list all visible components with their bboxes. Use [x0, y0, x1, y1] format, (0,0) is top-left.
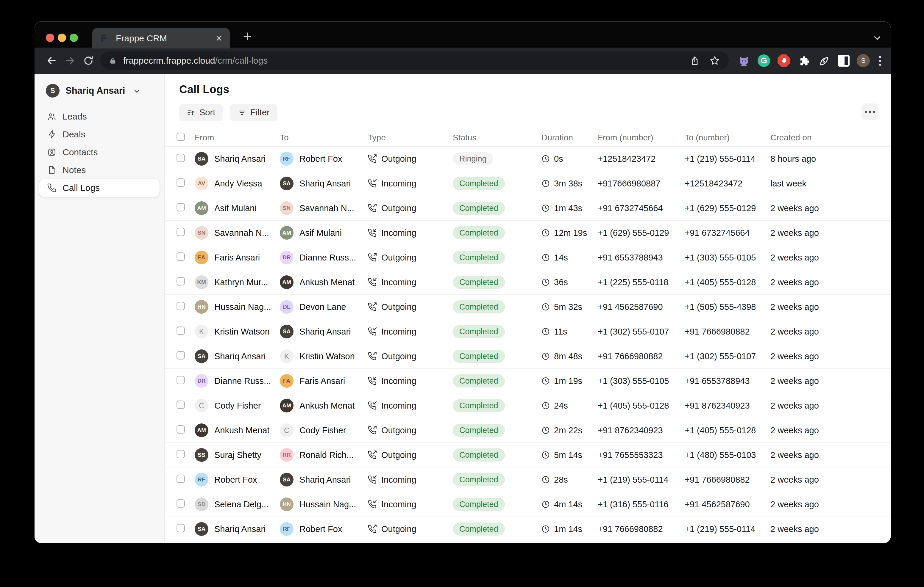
row-checkbox[interactable]: [177, 475, 185, 483]
avatar: K: [280, 349, 294, 363]
avatar: AM: [280, 399, 294, 413]
column-header-to[interactable]: To: [280, 133, 368, 143]
clock-icon: [541, 401, 550, 410]
table-row[interactable]: SSSuraj ShettyRRRonald Rich...OutgoingCo…: [165, 443, 891, 467]
row-checkbox[interactable]: [177, 327, 185, 335]
address-bar[interactable]: frappecrm.frappe.cloud/crm/call-logs: [100, 51, 729, 70]
window-controls: [46, 34, 78, 42]
sidebar-item-contacts[interactable]: Contacts: [39, 143, 160, 161]
leaf-extension-icon[interactable]: [817, 54, 830, 67]
extensions-area: G S: [737, 54, 881, 67]
clock-icon: [541, 525, 550, 533]
row-checkbox[interactable]: [177, 425, 185, 434]
duration: 8m 48s: [541, 352, 598, 361]
zoom-window-button[interactable]: [70, 34, 78, 42]
side-panel-extension-icon[interactable]: [837, 54, 850, 67]
created-on: 2 weeks ago: [771, 376, 891, 386]
column-header-to-number[interactable]: To (number): [685, 133, 771, 143]
extensions-puzzle-icon[interactable]: [797, 54, 810, 67]
row-checkbox[interactable]: [177, 203, 185, 211]
to-number: +91 6553788943: [685, 376, 771, 386]
row-checkbox[interactable]: [177, 277, 185, 286]
forward-button[interactable]: [61, 51, 79, 70]
filter-button[interactable]: Filter: [230, 104, 277, 121]
call-type: Incoming: [368, 278, 453, 287]
sidebar-item-notes[interactable]: Notes: [39, 161, 160, 179]
from-number: +91 7655553323: [598, 450, 685, 460]
table-row[interactable]: AMAsif MulaniSNSavannah N...OutgoingComp…: [165, 196, 891, 220]
new-tab-button[interactable]: +: [243, 27, 252, 45]
duration: 24s: [541, 401, 598, 411]
created-on: 2 weeks ago: [771, 426, 891, 435]
status-badge: Completed: [453, 523, 505, 536]
row-checkbox[interactable]: [177, 401, 185, 409]
table-row[interactable]: SAShariq AnsariRFRobert FoxOutgoingCompl…: [165, 517, 891, 541]
table-row[interactable]: CCody FisherAMAnkush MenatIncomingComple…: [165, 393, 891, 418]
back-button[interactable]: [42, 51, 61, 70]
table-row[interactable]: SAShariq AnsariKKristin WatsonOutgoingCo…: [165, 344, 891, 369]
from-number: +1 (316) 555-0116: [598, 500, 685, 510]
table-row-partial[interactable]: [165, 541, 891, 543]
browser-menu-icon[interactable]: [879, 56, 881, 66]
call-type: Outgoing: [368, 426, 453, 435]
tabstrip-chevron-down-icon[interactable]: [872, 33, 882, 43]
table-row[interactable]: RFRobert FoxSAShariq AnsariIncomingCompl…: [165, 467, 891, 492]
grammarly-extension-icon[interactable]: G: [757, 54, 771, 67]
column-header-from-number[interactable]: From (number): [598, 133, 685, 143]
table-row[interactable]: DRDianne Russ...FAFaris AnsariIncomingCo…: [165, 369, 891, 393]
table-row[interactable]: SAShariq AnsariRFRobert FoxOutgoingRingi…: [165, 146, 891, 171]
row-checkbox[interactable]: [177, 154, 185, 162]
reload-button[interactable]: [79, 51, 97, 70]
table-row[interactable]: FAFaris AnsariDRDianne Russ...OutgoingCo…: [165, 245, 891, 270]
table-row[interactable]: AVAndy ViessaSAShariq AnsariIncomingComp…: [165, 171, 891, 196]
column-header-type[interactable]: Type: [368, 133, 453, 143]
user-profile-switcher[interactable]: S Shariq Ansari: [39, 82, 160, 99]
table-row[interactable]: AMAnkush MenatCCody FisherOutgoingComple…: [165, 418, 891, 443]
sidebar-item-call-logs[interactable]: Call Logs: [39, 179, 160, 197]
sidebar-item-deals[interactable]: Deals: [39, 125, 160, 143]
row-checkbox[interactable]: [177, 524, 185, 532]
column-header-from[interactable]: From: [195, 133, 280, 143]
to-name: Ronald Rich...: [299, 450, 354, 460]
duration: 14s: [541, 253, 598, 263]
column-header-duration[interactable]: Duration: [541, 133, 598, 143]
adblock-extension-icon[interactable]: [777, 54, 790, 67]
minimize-window-button[interactable]: [58, 34, 66, 42]
row-checkbox[interactable]: [177, 252, 185, 261]
from-number: +1 (303) 555-0105: [598, 376, 685, 386]
more-options-button[interactable]: [861, 104, 878, 120]
table-row[interactable]: KKristin WatsonSAShariq AnsariIncomingCo…: [165, 319, 891, 344]
sort-button[interactable]: Sort: [179, 104, 223, 121]
tab-close-icon[interactable]: ×: [216, 33, 222, 44]
page-title: Call Logs: [165, 74, 891, 96]
avatar: SD: [195, 498, 208, 511]
column-header-status[interactable]: Status: [453, 133, 541, 143]
call-type-label: Incoming: [381, 401, 416, 411]
row-checkbox[interactable]: [177, 376, 185, 384]
clock-icon: [541, 327, 550, 336]
table-row[interactable]: HNHussain Nag...DLDevon LaneOutgoingComp…: [165, 295, 891, 319]
to-name: Devon Lane: [299, 302, 346, 312]
sidebar-item-leads[interactable]: Leads: [39, 108, 160, 125]
octocat-extension-icon[interactable]: [737, 54, 751, 67]
tab-frappe-crm[interactable]: Frappe CRM ×: [92, 28, 230, 48]
table-row[interactable]: SNSavannah N...AMAsif MulaniIncomingComp…: [165, 220, 891, 245]
browser-profile-avatar[interactable]: S: [857, 54, 870, 67]
sidebar: S Shariq Ansari Leads Deals Contacts Not…: [35, 74, 165, 543]
row-checkbox[interactable]: [177, 499, 185, 508]
table-row[interactable]: SDSelena Delg...HNHussain Nag...Incoming…: [165, 492, 891, 517]
row-checkbox[interactable]: [177, 351, 185, 360]
row-checkbox[interactable]: [177, 450, 185, 458]
row-checkbox[interactable]: [177, 302, 185, 310]
table-row[interactable]: KMKathryn Mur...AMAnkush MenatIncomingCo…: [165, 270, 891, 295]
bookmark-star-icon[interactable]: [710, 56, 720, 66]
select-all-checkbox[interactable]: [177, 133, 185, 141]
contact-card-icon: [47, 148, 56, 157]
share-icon[interactable]: [690, 56, 700, 66]
sort-label: Sort: [200, 108, 215, 117]
to-name: Kristin Watson: [299, 352, 355, 361]
row-checkbox[interactable]: [177, 228, 185, 236]
close-window-button[interactable]: [46, 34, 54, 42]
row-checkbox[interactable]: [177, 178, 185, 187]
column-header-created-on[interactable]: Created on: [771, 133, 891, 143]
